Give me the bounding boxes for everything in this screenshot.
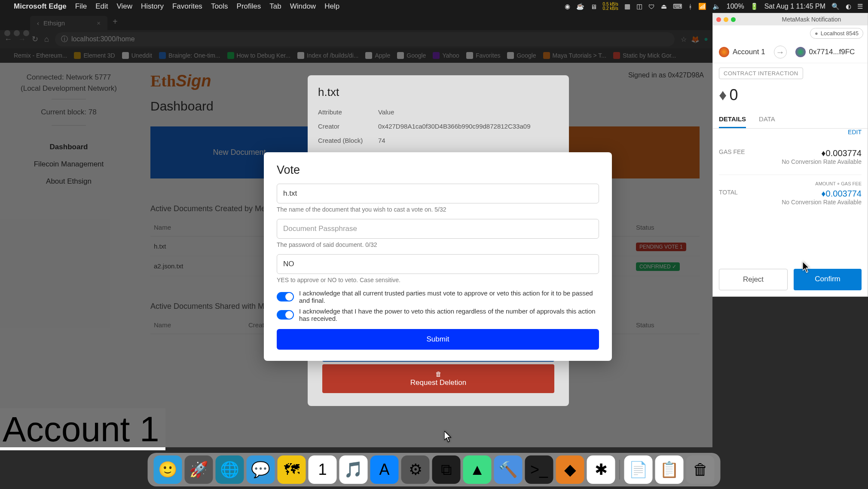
passphrase-help: The password of said document. 0/32 [277,241,599,248]
eth-icon: ♦ [719,86,727,104]
dock-item-edge[interactable]: 🌐 [216,455,244,484]
keyboard-icon[interactable]: ⌨ [673,3,682,10]
shield-icon[interactable]: 🛡 [648,3,655,10]
network-dot-icon: ● [815,30,818,37]
metamask-titlebar: MetaMask Notification [713,13,868,25]
netstats: 0.5 kB/s 0.2 kB/s [603,2,618,11]
menu-tab[interactable]: Tab [269,2,281,11]
to-account: 0x7714...f9FC [809,48,855,56]
ack1-toggle[interactable] [277,292,294,301]
from-avatar-icon [719,47,729,57]
datetime[interactable]: Sat Aug 1 11:45 PM [764,3,825,10]
vote-modal-title: Vote [277,163,599,177]
app-name[interactable]: Microsoft Edge [14,2,67,11]
macos-dock: 🙂🚀🌐💬🗺1🎵A⚙⧉▲🔨>_◆✱📄📋🗑 [148,453,721,486]
dock-item-music[interactable]: 🎵 [339,455,368,484]
dock-item-terminal[interactable]: >_ [525,455,553,484]
battery-percent: 100% [727,3,744,10]
reject-button[interactable]: Reject [719,269,788,290]
attr-header: Attribute [318,108,378,116]
val-created: 74 [378,137,385,144]
tray-icon-1[interactable]: ▦ [624,3,630,10]
monitor-icon[interactable]: 🖥 [590,3,597,10]
tray-icon-2[interactable]: ◫ [636,3,642,10]
document-name-input[interactable] [277,184,599,203]
menu-tools[interactable]: Tools [211,2,228,11]
menu-view[interactable]: View [117,2,133,11]
vote-value-help: YES to approve or NO to veto. Case sensi… [277,277,599,283]
mouse-cursor-icon [803,261,810,273]
maximize-icon[interactable] [731,17,736,22]
metamask-tabs: DETAILS DATA [713,111,868,129]
dock-item-xcode[interactable]: 🔨 [494,455,523,484]
dock-item-calendar[interactable]: 1 [309,455,337,484]
coffee-icon[interactable]: ☕ [576,3,584,10]
battery-icon: 🔋 [750,3,758,10]
total-caption: AMOUNT + GAS FEE [719,181,862,186]
menu-file[interactable]: File [75,2,87,11]
dock-item-trash[interactable]: 🗑 [686,455,715,484]
dock-item-maps[interactable]: 🗺 [278,455,306,484]
attr-creator: Creator [318,123,378,130]
ack2-text: I acknowledge that I have the power to v… [299,308,599,322]
vote-modal: Vote The name of the document that you w… [264,152,612,361]
total-label: TOTAL [719,189,738,206]
dock-item-folder[interactable]: 📋 [655,455,684,484]
metamask-window-title: MetaMask Notification [782,16,841,23]
dock-item-app1[interactable]: ◆ [556,455,584,484]
total-sub: No Conversion Rate Available [782,199,862,206]
siri-icon[interactable]: ◐ [846,3,851,10]
dock-item-slack[interactable]: ✱ [587,455,615,484]
menu-help[interactable]: Help [324,2,339,11]
arrow-right-icon: → [774,46,787,58]
submit-button[interactable]: Submit [277,329,599,350]
spotlight-icon[interactable]: 🔍 [831,3,840,10]
menu-edit[interactable]: Edit [95,2,108,11]
macos-menubar: Microsoft Edge File Edit View History Fa… [0,0,868,13]
dock-item-finder[interactable]: 🙂 [154,455,182,484]
wifi-icon[interactable]: 📶 [698,3,706,10]
eth-icon: ♦ [821,189,825,198]
record-icon[interactable]: ◉ [565,3,570,10]
edit-link[interactable]: EDIT [713,129,868,139]
to-avatar-icon [795,47,806,57]
interaction-type: CONTRACT INTERACTION [713,63,868,83]
vote-value-input[interactable] [277,254,599,274]
mouse-cursor-icon [444,431,452,442]
menu-favorites[interactable]: Favorites [172,2,202,11]
menu-profiles[interactable]: Profiles [237,2,261,11]
gas-fee-sub: No Conversion Rate Available [782,158,862,165]
val-header: Value [378,108,394,116]
dock-item-doc[interactable]: 📄 [624,455,653,484]
passphrase-input[interactable] [277,219,599,239]
dock-item-android-studio[interactable]: ▲ [463,455,492,484]
dock-item-settings[interactable]: ⚙ [401,455,430,484]
close-icon[interactable] [716,17,721,22]
from-account: Account 1 [733,48,765,56]
account-row: Account 1 → 0x7714...f9FC [713,41,868,63]
gas-fee-label: GAS FEE [719,148,745,165]
dock-item-vscode[interactable]: ⧉ [432,455,461,484]
dock-item-messages[interactable]: 💬 [247,455,275,484]
notifications-icon[interactable]: ☰ [857,3,863,10]
menu-window[interactable]: Window [290,2,316,11]
doc-card-title: h.txt [318,86,559,99]
dock-item-launchpad[interactable]: 🚀 [185,455,213,484]
document-name-help: The name of the document that you wish t… [277,206,599,213]
minimize-icon[interactable] [724,17,728,22]
request-deletion-button[interactable]: 🗑Request Deletion [322,364,554,393]
trash-icon: 🗑 [328,370,548,378]
val-creator: 0x427D98A1ca0f30D4B366b990c99d872812C33a… [378,123,530,130]
eject-icon[interactable]: ⏏ [661,3,667,10]
total-value: ♦0.003774 [782,189,862,199]
dock-item-appstore[interactable]: A [370,455,399,484]
menu-history[interactable]: History [141,2,164,11]
tab-details[interactable]: DETAILS [719,111,746,128]
transaction-amount: ♦0 [713,83,868,107]
eth-icon: ♦ [821,148,825,158]
ack2-toggle[interactable] [277,310,294,320]
volume-icon[interactable]: 🔈 [712,3,721,10]
network-selector[interactable]: ●Localhost 8545 [713,25,868,41]
tab-data[interactable]: DATA [759,111,775,128]
bluetooth-icon[interactable]: ᚼ [688,3,692,10]
